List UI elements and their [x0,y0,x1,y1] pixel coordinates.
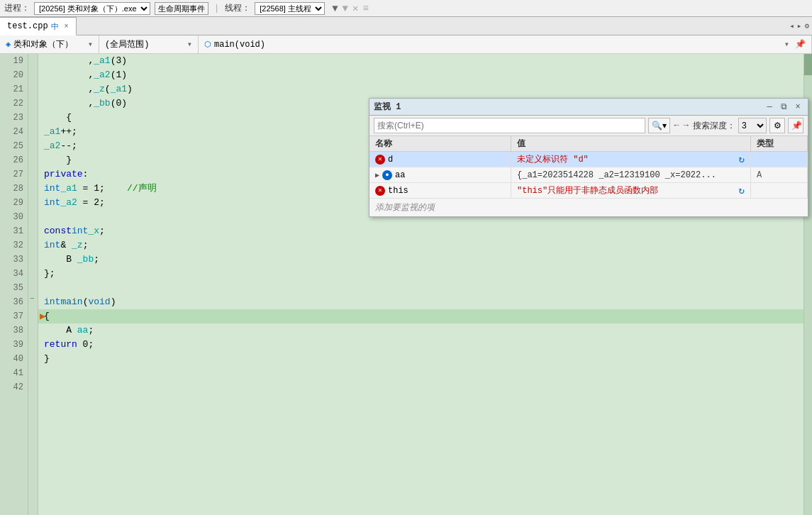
file-tab[interactable]: test.cpp 中 × [0,17,77,35]
lifecycle-btn[interactable]: 生命周期事件 [155,2,208,15]
function-scope-arrow[interactable]: ▾ [784,39,789,50]
watch-nav-arrows: ← → [673,121,690,131]
watch-add-row[interactable]: 添加要监视的项 [369,199,808,216]
code-line-37: { [38,309,803,323]
global-scope-item[interactable]: (全局范围) ▾ [99,35,199,54]
watch-back-btn[interactable]: ← [673,121,681,131]
line-25: 25 [3,139,23,153]
watch-value-this: "this"只能用于非静态成员函数内部 [517,184,658,196]
fold-margin: − [28,54,38,515]
watch-column-headers: 名称 值 类型 [369,136,808,152]
sep1: | [214,4,219,13]
watch-row-aa[interactable]: ▶ ● aa {_a1=2023514228 _a2=12319100 _x=2… [369,167,808,183]
watch-search-btn[interactable]: 🔍▾ [648,118,670,133]
line-42: 42 [3,380,23,394]
watch-action-btn2[interactable]: 📌 [788,118,803,133]
line-29: 29 [3,196,23,210]
watch-name-this: this [388,186,408,196]
watch-cell-d-name: ✕ d [369,152,511,167]
global-scope-arrow[interactable]: ▾ [187,39,192,50]
watch-float-btn[interactable]: ⧉ [778,102,789,112]
scrollbar-thumb[interactable] [804,54,812,75]
line-20: 20 [3,68,23,82]
filter-icon[interactable]: ▼ [332,3,338,14]
execution-arrow: ▶ [40,309,45,323]
watch-refresh-d[interactable]: ↻ [739,153,745,165]
thread-label: 线程： [225,2,250,14]
watch-cell-this-type [751,183,808,198]
tab-pin[interactable]: 中 [51,21,59,32]
line-32: 32 [3,238,23,253]
tab-filename: test.cpp [7,21,48,31]
line-31: 31 [3,224,23,238]
code-line-21: ,_z(_a1) [38,82,803,96]
filter3-icon: ✕ [352,2,358,14]
line-19: 19 [3,54,23,68]
class-scope-label: 类和对象（下） [13,38,73,50]
tab-close[interactable]: × [65,23,69,31]
watch-title: 监视 1 [374,101,761,113]
tab-settings[interactable]: ⚙ [804,21,809,31]
code-line-32: int& _z; [38,238,803,253]
class-scope-item[interactable]: ◈ 类和对象（下） ▾ [0,35,99,54]
line-28: 28 [3,182,23,196]
function-scope-icon: ⬡ [204,40,211,49]
watch-value-d: 未定义标识符 "d" [517,153,589,165]
line-27: 27 [3,167,23,182]
watch-name-aa: aa [395,170,405,180]
watch-row-this[interactable]: ✕ this "this"只能用于非静态成员函数内部 ↻ [369,183,808,199]
function-scope-item[interactable]: ⬡ main(void) ▾ 📌 [199,35,812,54]
thread-select[interactable]: [22568] 主线程 [255,2,325,15]
line-36: 36 [3,295,23,309]
line-35: 35 [3,281,23,295]
filter4-icon: ≡ [362,3,368,14]
watch-search-input[interactable] [374,118,645,133]
code-line-19: ,_a1(3) [38,54,803,68]
nav-pin-btn[interactable]: 📌 [795,39,806,50]
watch-action-btn1[interactable]: ⚙ [769,118,785,133]
code-line-39: return 0; [38,338,803,352]
watch-cell-aa-value: {_a1=2023514228 _a2=12319100 _x=2022... [511,167,751,182]
code-line-40: } [38,352,803,366]
watch-cell-aa-type: A [751,167,808,182]
watch-depth-select[interactable]: 3 [738,118,767,133]
line-24: 24 [3,125,23,139]
editor-area: 19 20 21 22 23 24 25 26 27 28 29 30 31 3… [0,54,812,515]
watch-row-d[interactable]: ✕ d 未定义标识符 "d" ↻ [369,152,808,167]
fold-indicator-36[interactable]: − [30,295,34,303]
watch-refresh-this[interactable]: ↻ [739,184,745,196]
watch-minimize-btn[interactable]: — [764,102,775,112]
code-line-33: B _bb; [38,253,803,267]
line-26: 26 [3,153,23,167]
watch-cell-d-type [751,152,808,167]
process-select[interactable]: [20256] 类和对象（下）.exe [34,2,150,15]
code-line-31: const int _x; [38,224,803,238]
line-34: 34 [3,267,23,281]
tab-nav: ◂ ▸ ⚙ [789,21,812,31]
line-41: 41 [3,366,23,380]
line-40: 40 [3,352,23,366]
watch-title-bar: 监视 1 — ⧉ × [369,99,808,116]
code-line-34: }; [38,267,803,281]
watch-forward-btn[interactable]: → [682,121,690,131]
watch-close-btn[interactable]: × [792,102,803,112]
watch-cell-this-name: ✕ this [369,183,511,198]
top-toolbar: 进程： [20256] 类和对象（下）.exe 生命周期事件 | 线程： [22… [0,0,812,17]
line-38: 38 [3,323,23,338]
watch-depth-label: 搜索深度： [693,120,735,132]
code-line-20: ,_a2(1) [38,68,803,82]
error-icon-this: ✕ [375,186,385,196]
code-line-36: int main(void) [38,295,803,309]
expand-arrow-aa[interactable]: ▶ [375,171,379,179]
global-scope-label: (全局范围) [105,38,149,50]
watch-panel: 监视 1 — ⧉ × 🔍▾ ← → 搜索深度： 3 ⚙ 📌 名称 值 类型 [369,98,808,217]
line-37: 37 [3,309,23,323]
watch-cell-d-value: 未定义标识符 "d" ↻ [511,152,751,167]
line-22: 22 [3,96,23,111]
tab-scroll-left[interactable]: ◂ [789,21,794,31]
tab-scroll-right[interactable]: ▸ [797,21,802,31]
watch-cell-this-value: "this"只能用于非静态成员函数内部 ↻ [511,183,751,198]
class-scope-arrow[interactable]: ▾ [88,39,93,50]
watch-search-bar: 🔍▾ ← → 搜索深度： 3 ⚙ 📌 [369,116,808,136]
code-line-35 [38,281,803,295]
